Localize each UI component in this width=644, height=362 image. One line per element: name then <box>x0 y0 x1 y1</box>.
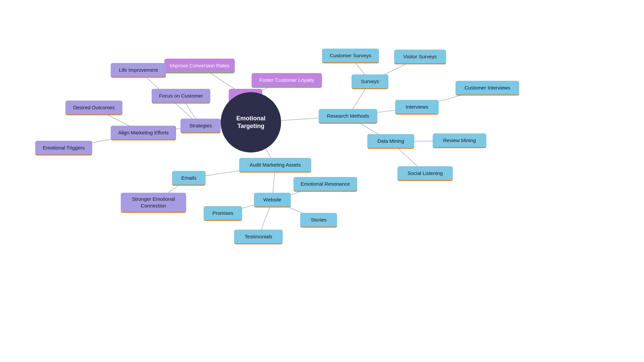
stories-node[interactable]: Stories <box>300 213 337 228</box>
mindmap-canvas: GoalsImprove Conversion RatesFoster Cust… <box>0 0 644 362</box>
customer-surveys-node[interactable]: Customer Surveys <box>322 49 379 63</box>
social-listening-node[interactable]: Social Listening <box>397 166 453 181</box>
align-marketing-node[interactable]: Align Marketing Efforts <box>111 126 176 140</box>
stronger-emotional-node[interactable]: Stronger Emotional Connection <box>121 193 186 213</box>
emails-node[interactable]: Emails <box>172 171 206 186</box>
research-methods-node[interactable]: Research Methods <box>319 109 377 124</box>
desired-outcomes-node[interactable]: Desired Outcomes <box>65 101 122 115</box>
emotional-resonance-node[interactable]: Emotional Resonance <box>293 177 357 192</box>
surveys-node[interactable]: Surveys <box>352 74 388 89</box>
focus-customer-node[interactable]: Focus on Customer <box>152 89 210 104</box>
data-mining-node[interactable]: Data Mining <box>367 134 414 149</box>
center-node[interactable]: Emotional Targeting <box>221 92 281 153</box>
promises-node[interactable]: Promises <box>204 206 242 221</box>
improve-conversion-node[interactable]: Improve Conversion Rates <box>164 59 235 73</box>
customer-interviews-node[interactable]: Customer Interviews <box>455 81 519 96</box>
foster-loyalty-node[interactable]: Foster Customer Loyalty <box>252 73 322 88</box>
review-mining-node[interactable]: Review Mining <box>433 133 486 148</box>
website-node[interactable]: Website <box>254 193 291 207</box>
emotional-triggers-node[interactable]: Emotional Triggers <box>35 141 92 156</box>
life-improvement-node[interactable]: Life Improvement <box>111 63 166 78</box>
audit-marketing-node[interactable]: Audit Marketing Assets <box>239 158 311 173</box>
strategies-node[interactable]: Strategies <box>180 119 221 133</box>
testimonials-node[interactable]: Testimonials <box>234 230 283 244</box>
visitor-surveys-node[interactable]: Visitor Surveys <box>394 50 446 64</box>
interviews-node[interactable]: Interviews <box>395 100 439 115</box>
